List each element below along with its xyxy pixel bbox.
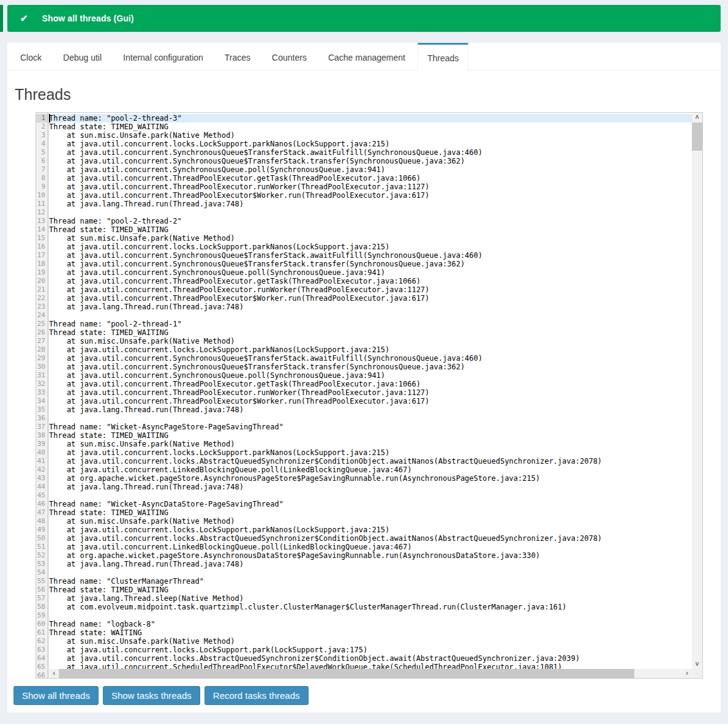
success-banner: ✔ Show all threads (Gui) xyxy=(7,5,721,32)
gutter-line-number: 22 xyxy=(36,294,48,303)
scroll-left-arrow-icon[interactable]: ‹ xyxy=(49,669,59,678)
gutter-line-number: 42 xyxy=(36,466,48,474)
code-line: Thread name: "Wicket-AsyncPageStore-Page… xyxy=(49,423,692,431)
gutter-line-number: 60 xyxy=(36,620,48,628)
code-line: Thread name: "pool-2-thread-2" xyxy=(49,217,692,225)
show-tasks-threads-button[interactable]: Show tasks threads xyxy=(103,686,200,705)
tab-cache-management[interactable]: Cache management xyxy=(319,43,415,70)
gutter-line-number: 63 xyxy=(36,646,48,654)
gutter-line-number: 3 xyxy=(36,131,48,140)
tab-traces[interactable]: Traces xyxy=(216,43,260,70)
code-line: at com.evolveum.midpoint.task.quartzimpl… xyxy=(49,603,692,611)
record-tasks-threads-button[interactable]: Record tasks threads xyxy=(205,686,309,705)
gutter-line-number: 5 xyxy=(36,148,48,157)
scroll-down-arrow-icon[interactable]: ∨ xyxy=(692,659,702,669)
tab-bar: ClockDebug utilInternal configurationTra… xyxy=(7,43,721,70)
gutter-line-number: 23 xyxy=(36,303,48,311)
tab-internal-configuration[interactable]: Internal configuration xyxy=(114,43,212,70)
gutter-line-number: 58 xyxy=(36,603,48,611)
code-line: at java.util.concurrent.ThreadPoolExecut… xyxy=(49,294,692,303)
horizontal-scrollbar-thumb[interactable] xyxy=(59,669,634,678)
code-line: at java.util.concurrent.SynchronousQueue… xyxy=(49,157,692,165)
code-line: at sun.misc.Unsafe.park(Native Method) xyxy=(49,131,692,140)
gutter-line-number: 37 xyxy=(36,423,48,431)
code-line: at sun.misc.Unsafe.park(Native Method) xyxy=(49,337,692,345)
vertical-scrollbar[interactable]: ∧ ∨ xyxy=(692,113,702,669)
code-line: at java.util.concurrent.locks.AbstractQu… xyxy=(49,654,692,663)
gutter-line-number: 46 xyxy=(36,500,48,508)
gutter-line-number: 4 xyxy=(36,140,48,148)
code-line: at java.util.concurrent.ThreadPoolExecut… xyxy=(49,285,692,294)
code-line: at java.util.concurrent.SynchronousQueue… xyxy=(49,363,692,371)
code-line: Thread name: "pool-2-thread-3" xyxy=(49,114,692,123)
gutter-line-number: 12 xyxy=(36,208,48,217)
gutter-line-number: 43 xyxy=(36,474,48,483)
code-line: at java.util.concurrent.ThreadPoolExecut… xyxy=(49,388,692,397)
code-line: at java.lang.Thread.run(Thread.java:748) xyxy=(49,200,692,208)
code-line: Thread state: TIMED_WAITING xyxy=(49,508,692,517)
gutter-line-number: 38 xyxy=(36,431,48,440)
code-line: Thread name: "pool-2-thread-1" xyxy=(49,320,692,328)
thread-dump-editor: 1234567891011121314151617181920212223242… xyxy=(36,112,703,679)
code-line: Thread state: TIMED_WAITING xyxy=(49,586,692,594)
code-line: at java.util.concurrent.locks.LockSuppor… xyxy=(49,243,692,251)
gutter-line-number: 39 xyxy=(36,440,48,448)
gutter-line-number: 27 xyxy=(36,337,48,345)
code-line: at java.util.concurrent.ThreadPoolExecut… xyxy=(49,183,692,191)
gutter-line-number: 57 xyxy=(36,594,48,603)
code-line: at sun.misc.Unsafe.park(Native Method) xyxy=(49,637,692,646)
code-line: at org.apache.wicket.pageStore.Asynchron… xyxy=(49,474,692,483)
gutter-line-number: 65 xyxy=(36,663,48,671)
code-line: at java.util.concurrent.locks.LockSuppor… xyxy=(49,140,692,148)
code-line: at java.util.concurrent.locks.LockSuppor… xyxy=(49,345,692,354)
gutter-line-number: 59 xyxy=(36,611,48,620)
gutter-line-number: 7 xyxy=(36,165,48,174)
gutter-line-number: 10 xyxy=(36,191,48,200)
gutter-line-number: 9 xyxy=(36,183,48,191)
code-line: at java.util.concurrent.ThreadPoolExecut… xyxy=(49,174,692,183)
gutter-line-number: 66 xyxy=(36,671,48,678)
gutter-line-number: 30 xyxy=(36,363,48,371)
code-line: at java.util.concurrent.SynchronousQueue… xyxy=(49,371,692,380)
code-area[interactable]: Thread name: "pool-2-thread-3"Thread sta… xyxy=(49,113,692,678)
code-line: at sun.misc.Unsafe.park(Native Method) xyxy=(49,517,692,526)
code-line: at java.util.concurrent.locks.AbstractQu… xyxy=(49,534,692,543)
gutter-line-number: 11 xyxy=(36,200,48,208)
code-line xyxy=(49,568,692,577)
code-line: at java.util.concurrent.locks.AbstractQu… xyxy=(49,457,692,466)
code-line: at java.util.concurrent.SynchronousQueue… xyxy=(49,251,692,260)
code-line xyxy=(49,611,692,620)
code-line: at java.util.concurrent.locks.LockSuppor… xyxy=(49,526,692,534)
gutter-line-number: 15 xyxy=(36,234,48,243)
alert-accent-strip xyxy=(0,5,3,32)
scroll-up-arrow-icon[interactable]: ∧ xyxy=(692,113,702,123)
code-line: at java.util.concurrent.ThreadPoolExecut… xyxy=(49,191,692,200)
gutter-line-number: 61 xyxy=(36,628,48,637)
scrollbar-corner xyxy=(692,669,702,678)
code-line: at java.lang.Thread.run(Thread.java:748) xyxy=(49,560,692,568)
code-line: at org.apache.wicket.pageStore.Asynchron… xyxy=(49,551,692,560)
success-banner-message: Show all threads (Gui) xyxy=(42,13,134,23)
scroll-right-arrow-icon[interactable]: › xyxy=(682,669,692,678)
gutter-line-number: 54 xyxy=(36,568,48,577)
gutter-line-number: 19 xyxy=(36,268,48,277)
line-number-gutter: 1234567891011121314151617181920212223242… xyxy=(36,113,48,678)
show-all-threads-button[interactable]: Show all threads xyxy=(13,686,99,705)
vertical-scrollbar-thumb[interactable] xyxy=(692,123,702,151)
code-line: at java.lang.Thread.run(Thread.java:748) xyxy=(49,405,692,414)
code-line: at java.lang.Thread.run(Thread.java:748) xyxy=(49,303,692,311)
gutter-line-number: 33 xyxy=(36,388,48,397)
tab-clock[interactable]: Clock xyxy=(11,43,51,70)
code-line: at java.util.concurrent.ThreadPoolExecut… xyxy=(49,277,692,285)
code-line: at java.util.concurrent.SynchronousQueue… xyxy=(49,148,692,157)
gutter-line-number: 20 xyxy=(36,277,48,285)
gutter-line-number: 32 xyxy=(36,380,48,388)
code-line: Thread name: "ClusterManagerThread" xyxy=(49,577,692,586)
horizontal-scrollbar[interactable]: ‹ › xyxy=(49,669,692,678)
code-line: at java.util.concurrent.locks.LockSuppor… xyxy=(49,448,692,457)
gutter-line-number: 56 xyxy=(36,586,48,594)
tab-threads[interactable]: Threads xyxy=(418,43,468,71)
tab-debug-util[interactable]: Debug util xyxy=(54,43,111,70)
tab-counters[interactable]: Counters xyxy=(263,43,316,70)
code-line xyxy=(49,491,692,500)
